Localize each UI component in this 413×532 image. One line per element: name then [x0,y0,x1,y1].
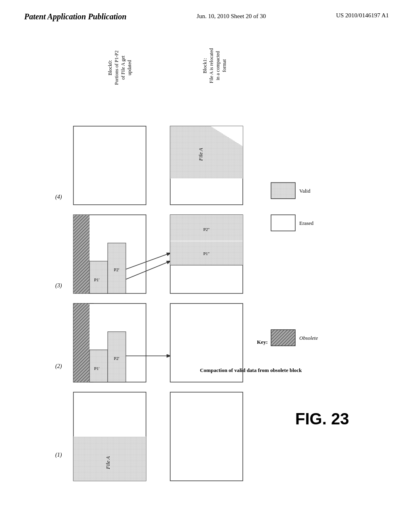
svg-rect-49 [73,126,146,205]
svg-rect-54 [271,183,295,199]
svg-text:File A: File A [105,456,111,470]
svg-rect-24 [73,303,90,382]
row-label-1: (1) [55,452,62,458]
patent-number: US 2010/0146197 A1 [336,12,389,19]
svg-text:P2': P2' [114,356,119,361]
svg-text:P2': P2' [114,267,119,272]
svg-text:(3): (3) [55,283,62,289]
diagram-area: Block0: Portions of P1-P2 of File A get … [33,29,380,493]
svg-text:Portions of P1-P2: Portions of P1-P2 [114,50,119,85]
svg-text:updated: updated [127,60,132,75]
svg-text:Block0:: Block0: [107,60,113,75]
main-content: Block0: Portions of P1-P2 of File A get … [24,29,389,493]
page-header: Patent Application Publication Jun. 10, … [0,0,413,25]
svg-text:Key:: Key: [257,339,268,345]
svg-rect-59 [271,330,295,346]
publication-title: Patent Application Publication [24,12,127,21]
svg-text:P1': P1' [94,277,100,282]
svg-text:in a compacted: in a compacted [215,51,221,81]
svg-text:(4): (4) [55,194,62,200]
svg-text:FIG. 23: FIG. 23 [295,410,349,428]
svg-text:(2): (2) [55,363,62,370]
svg-rect-33 [73,215,90,293]
svg-text:Block1:: Block1: [202,58,208,73]
svg-text:format: format [221,59,227,72]
svg-text:File A: File A [198,148,204,161]
svg-text:P1': P1' [94,366,100,371]
sheet-info: Jun. 10, 2010 Sheet 20 of 30 [197,12,266,21]
svg-text:Obsolete: Obsolete [299,335,318,341]
svg-text:Compaction of valid data from : Compaction of valid data from obsolete b… [200,367,302,373]
diagram-svg: Block0: Portions of P1-P2 of File A get … [33,29,380,493]
svg-text:of File A get: of File A get [120,56,126,80]
svg-rect-56 [271,215,295,231]
svg-text:File A is relocated: File A is relocated [209,48,214,83]
svg-text:Erased: Erased [299,220,314,226]
svg-text:Valid: Valid [299,188,311,194]
svg-text:P2": P2" [203,227,210,232]
svg-rect-20 [170,392,243,481]
svg-text:P1": P1" [203,251,210,256]
